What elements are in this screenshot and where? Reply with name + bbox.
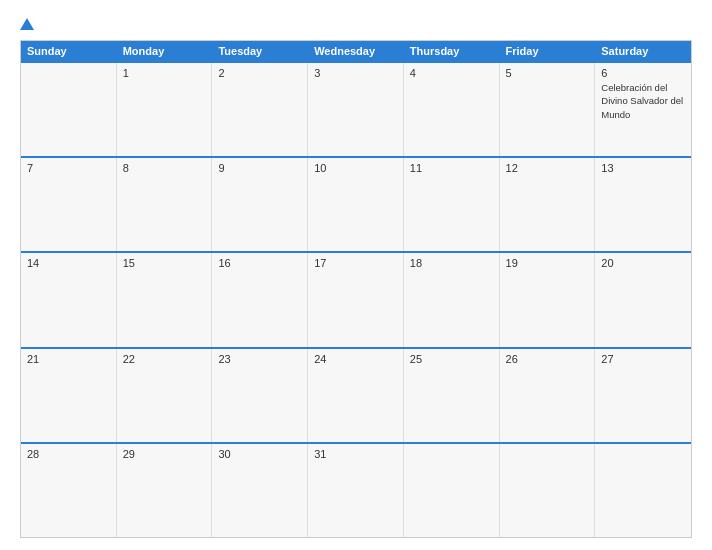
week-row-2: 78910111213 (21, 156, 691, 251)
day-number: 30 (218, 448, 301, 460)
day-cell: 1 (117, 63, 213, 156)
day-cell: 13 (595, 158, 691, 251)
day-cell: 28 (21, 444, 117, 537)
day-cell (21, 63, 117, 156)
day-number: 6 (601, 67, 685, 79)
day-header-monday: Monday (117, 41, 213, 61)
logo-triangle-icon (20, 18, 34, 30)
logo (20, 18, 39, 30)
day-number: 29 (123, 448, 206, 460)
day-cell (404, 444, 500, 537)
day-cell: 21 (21, 349, 117, 442)
day-cell: 23 (212, 349, 308, 442)
day-cell: 11 (404, 158, 500, 251)
day-number: 2 (218, 67, 301, 79)
day-cell: 14 (21, 253, 117, 346)
day-number: 7 (27, 162, 110, 174)
day-number: 17 (314, 257, 397, 269)
day-number: 26 (506, 353, 589, 365)
day-cell: 26 (500, 349, 596, 442)
day-cell: 9 (212, 158, 308, 251)
day-cell: 8 (117, 158, 213, 251)
day-cell: 3 (308, 63, 404, 156)
day-cell: 7 (21, 158, 117, 251)
day-header-thursday: Thursday (404, 41, 500, 61)
day-number: 20 (601, 257, 685, 269)
event-text: Celebración del Divino Salvador del Mund… (601, 82, 683, 120)
day-number: 13 (601, 162, 685, 174)
day-cell: 22 (117, 349, 213, 442)
day-cell: 17 (308, 253, 404, 346)
day-number: 25 (410, 353, 493, 365)
week-row-3: 14151617181920 (21, 251, 691, 346)
day-number: 19 (506, 257, 589, 269)
day-number: 28 (27, 448, 110, 460)
day-number: 21 (27, 353, 110, 365)
day-number: 8 (123, 162, 206, 174)
calendar-grid: SundayMondayTuesdayWednesdayThursdayFrid… (20, 40, 692, 538)
day-header-tuesday: Tuesday (212, 41, 308, 61)
day-number: 18 (410, 257, 493, 269)
day-cell: 5 (500, 63, 596, 156)
day-number: 5 (506, 67, 589, 79)
day-number: 16 (218, 257, 301, 269)
day-cell: 30 (212, 444, 308, 537)
week-row-1: 123456Celebración del Divino Salvador de… (21, 61, 691, 156)
day-number: 3 (314, 67, 397, 79)
header (20, 18, 692, 30)
day-number: 27 (601, 353, 685, 365)
day-number: 22 (123, 353, 206, 365)
day-cell: 16 (212, 253, 308, 346)
day-number: 4 (410, 67, 493, 79)
day-number: 15 (123, 257, 206, 269)
day-number: 9 (218, 162, 301, 174)
day-cell: 27 (595, 349, 691, 442)
day-header-wednesday: Wednesday (308, 41, 404, 61)
day-number: 10 (314, 162, 397, 174)
day-cell: 24 (308, 349, 404, 442)
day-header-sunday: Sunday (21, 41, 117, 61)
day-cell: 12 (500, 158, 596, 251)
day-number: 24 (314, 353, 397, 365)
day-number: 31 (314, 448, 397, 460)
day-cell: 6Celebración del Divino Salvador del Mun… (595, 63, 691, 156)
day-cell: 18 (404, 253, 500, 346)
day-cell: 25 (404, 349, 500, 442)
day-number: 14 (27, 257, 110, 269)
day-cell: 19 (500, 253, 596, 346)
day-number: 12 (506, 162, 589, 174)
calendar-page: SundayMondayTuesdayWednesdayThursdayFrid… (0, 0, 712, 550)
day-cell (595, 444, 691, 537)
day-header-friday: Friday (500, 41, 596, 61)
day-cell: 4 (404, 63, 500, 156)
day-number: 11 (410, 162, 493, 174)
week-row-4: 21222324252627 (21, 347, 691, 442)
day-cell: 15 (117, 253, 213, 346)
day-headers: SundayMondayTuesdayWednesdayThursdayFrid… (21, 41, 691, 61)
week-row-5: 28293031 (21, 442, 691, 537)
day-header-saturday: Saturday (595, 41, 691, 61)
day-cell: 10 (308, 158, 404, 251)
day-cell (500, 444, 596, 537)
weeks: 123456Celebración del Divino Salvador de… (21, 61, 691, 537)
day-cell: 31 (308, 444, 404, 537)
day-number: 1 (123, 67, 206, 79)
day-cell: 20 (595, 253, 691, 346)
day-cell: 2 (212, 63, 308, 156)
logo-blue-row (20, 18, 39, 30)
day-number: 23 (218, 353, 301, 365)
day-cell: 29 (117, 444, 213, 537)
